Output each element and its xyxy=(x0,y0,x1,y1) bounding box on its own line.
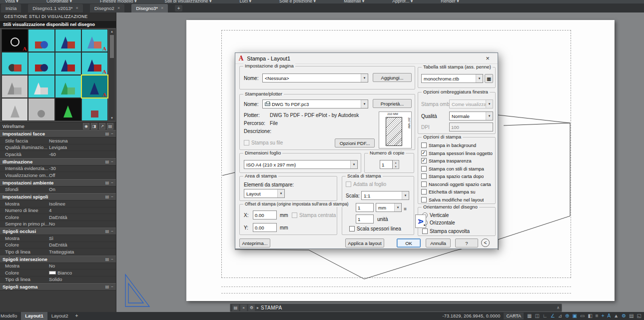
plot-option[interactable]: Stampa trasparenza xyxy=(421,157,494,165)
visual-style-thumbnail[interactable] xyxy=(82,98,107,120)
copies-field[interactable]: 1 xyxy=(380,160,393,169)
visual-style-thumbnail[interactable]: A xyxy=(82,52,107,74)
scroll-up-icon[interactable]: ▲ xyxy=(110,30,113,34)
ribbon-panel-label[interactable]: Vista ▾ xyxy=(5,0,18,2)
ribbon-panel-label[interactable]: Coordinate ▾ xyxy=(46,0,72,2)
lineweight-icon[interactable]: ▭ xyxy=(580,312,585,320)
property-section-header[interactable]: Spigoli occlusi▤− xyxy=(0,228,116,235)
expand-history-icon[interactable]: ∧ xyxy=(557,306,560,310)
checkbox-icon[interactable] xyxy=(421,197,427,202)
layout2-tab[interactable]: Layout2 xyxy=(47,312,72,320)
panel-icon[interactable]: ▤ xyxy=(105,194,109,199)
property-row[interactable]: Sempre in primo pi...No xyxy=(0,221,116,228)
visual-style-thumbnail[interactable]: A xyxy=(82,76,107,98)
printer-combo[interactable]: DWG To PDF.pc3▾ xyxy=(262,100,368,108)
chevron-down-icon[interactable]: ▾ xyxy=(394,204,401,212)
paper-space-toggle[interactable]: CARTA xyxy=(504,312,524,320)
panel-icon[interactable]: ▤ xyxy=(105,284,109,289)
chevron-down-icon[interactable]: ▾ xyxy=(476,74,483,82)
property-row[interactable]: Stile facciaNessuna xyxy=(0,138,116,144)
property-row[interactable]: MostraSì xyxy=(0,235,116,242)
close-tab-icon[interactable]: × xyxy=(75,4,78,12)
ribbon-panel-label[interactable]: Sole e posizione ▾ xyxy=(279,0,316,2)
apply-style-to-viewport-icon[interactable]: ◨ xyxy=(91,123,97,130)
ribbon-panel-label[interactable]: Luci ▾ xyxy=(240,0,252,2)
collapse-icon[interactable]: − xyxy=(111,284,113,289)
plot-option[interactable]: Etichetta di stampa su xyxy=(421,188,494,196)
pdf-options-button[interactable]: Opzioni PDF... xyxy=(335,138,375,148)
plot-option[interactable]: Salva modifiche nel layout xyxy=(421,196,494,204)
plot-option[interactable]: Stampa spessori linea oggetto xyxy=(421,150,494,158)
ribbon-panel-label[interactable]: Render ▾ xyxy=(441,0,459,2)
selection-cycling-icon[interactable]: ≡ xyxy=(596,312,599,320)
thumbnail-scrollbar[interactable]: ▲ ▼ xyxy=(109,30,115,120)
customize-icon[interactable]: ⚙ xyxy=(248,304,255,311)
panel-icon[interactable]: ▤ xyxy=(105,160,109,164)
annotation-visibility-icon[interactable]: A xyxy=(608,312,611,320)
copies-spinner[interactable]: 1 ▴▾ xyxy=(380,160,399,169)
osnap-tracking-icon[interactable]: ⊕ xyxy=(565,312,569,320)
dialog-close-icon[interactable]: × xyxy=(481,54,494,62)
checkbox-icon[interactable] xyxy=(244,140,249,146)
object-snap-icon[interactable]: ▣ xyxy=(573,312,577,320)
file-tab[interactable]: Disegno3*× xyxy=(131,4,168,12)
quality-combo[interactable]: Normale▾ xyxy=(449,112,493,120)
ortho-icon[interactable]: ∟ xyxy=(543,312,548,320)
model-tab[interactable]: Modello xyxy=(0,312,21,320)
autoscale-icon[interactable]: ▲ xyxy=(614,312,619,320)
plot-style-table-combo[interactable]: monochrome.ctb▾ xyxy=(421,74,483,83)
property-section-header[interactable]: Impostazioni facce▤− xyxy=(0,130,116,138)
polar-tracking-icon[interactable]: ∠ xyxy=(551,312,555,320)
visual-style-thumbnail[interactable] xyxy=(2,52,27,74)
panel-icon[interactable]: ▤ xyxy=(105,229,109,234)
isometric-drafting-icon[interactable]: ⊿ xyxy=(558,312,562,320)
snap-icon[interactable]: ◫ xyxy=(535,312,540,320)
chevron-down-icon[interactable]: ▾ xyxy=(277,190,284,198)
transparency-icon[interactable]: ◧ xyxy=(588,312,592,320)
checkbox-icon[interactable] xyxy=(421,150,427,156)
plot-area-combo[interactable]: Layout▾ xyxy=(244,189,285,198)
visual-style-thumbnail[interactable]: A xyxy=(2,30,27,52)
visual-style-thumbnail[interactable] xyxy=(28,98,54,120)
plot-option[interactable]: Stampa con stili di stampa xyxy=(421,165,494,173)
chevron-down-icon[interactable]: ▾ xyxy=(361,74,368,82)
collapse-icon[interactable]: − xyxy=(111,180,113,185)
new-layout-button[interactable]: + xyxy=(72,312,81,320)
collapse-icon[interactable]: − xyxy=(111,229,113,234)
property-row[interactable]: Tipo di lineaSolido xyxy=(0,276,116,284)
visual-style-thumbnail[interactable] xyxy=(2,76,27,98)
visual-style-thumbnail[interactable] xyxy=(28,52,54,74)
chevron-down-icon[interactable]: ▾ xyxy=(350,160,357,168)
chevron-down-icon[interactable]: ▾ xyxy=(402,192,409,200)
file-tab[interactable]: Disegno1.1 v2013*× xyxy=(28,4,83,12)
x-offset-field[interactable]: 0.00 xyxy=(253,210,277,220)
paper-unit-combo[interactable]: mm▾ xyxy=(376,203,402,212)
checkbox-icon[interactable] xyxy=(421,182,427,187)
clean-screen-icon[interactable]: ◱ xyxy=(637,312,642,320)
property-section-header[interactable]: Spigoli intersezione▤− xyxy=(0,256,116,263)
collapse-icon[interactable]: − xyxy=(111,194,113,199)
options-icon[interactable]: ▤ xyxy=(107,123,113,130)
checkbox-icon[interactable] xyxy=(421,189,427,194)
edit-plot-style-button[interactable]: ▦ xyxy=(485,74,493,83)
export-style-icon[interactable]: ↗ xyxy=(99,123,105,130)
recent-commands-icon[interactable]: ▤ xyxy=(232,304,239,311)
paper-size-combo[interactable]: ISO A4 (210 x 297 mm)▾ xyxy=(244,160,358,169)
property-row[interactable]: ColoreDaEntità xyxy=(0,214,116,221)
grid-icon[interactable]: ▦ xyxy=(527,312,532,320)
property-section-header[interactable]: Impostazioni spigoli▤− xyxy=(0,193,116,200)
close-tab-icon[interactable]: × xyxy=(161,4,163,12)
property-row[interactable]: Numero di linee4 xyxy=(0,208,116,214)
property-row[interactable]: Qualità illuminazio...Levigata xyxy=(0,144,116,152)
property-section-header[interactable]: Illuminazione▤− xyxy=(0,158,116,166)
property-row[interactable]: Opacità-60 xyxy=(0,151,116,158)
checkbox-icon[interactable] xyxy=(422,228,428,234)
checkbox-icon[interactable] xyxy=(349,226,355,232)
visual-style-thumbnail[interactable]: A xyxy=(82,30,107,52)
scale-combo[interactable]: 1:1▾ xyxy=(361,191,409,200)
ribbon-panel-label[interactable]: Materiali ▾ xyxy=(344,0,364,2)
ribbon-panel-label[interactable]: Approf... ▾ xyxy=(392,0,413,2)
collapse-icon[interactable]: − xyxy=(111,160,113,164)
visual-style-thumbnail[interactable] xyxy=(28,30,54,52)
panel-icon[interactable]: ▤ xyxy=(105,180,109,185)
